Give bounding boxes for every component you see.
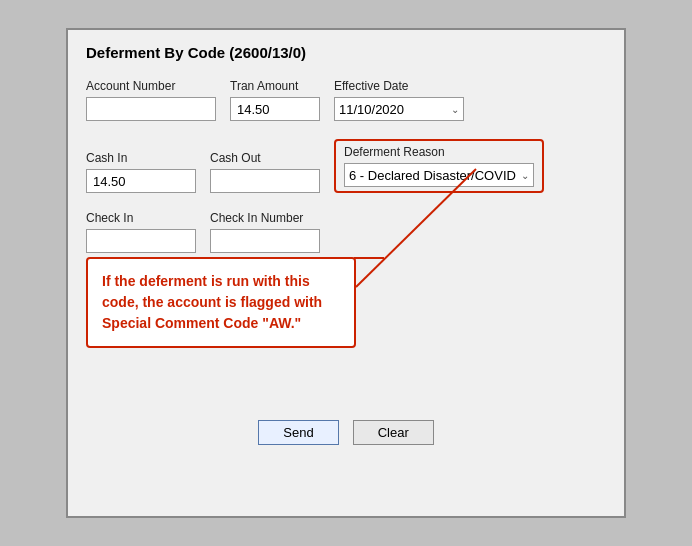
check-in-label: Check In <box>86 211 196 225</box>
deferment-reason-group: Deferment Reason 6 - Declared Disaster/C… <box>334 139 544 193</box>
row-1: Account Number Tran Amount Effective Dat… <box>86 79 606 121</box>
callout-area: If the deferment is run with this code, … <box>86 257 606 402</box>
deferment-reason-wrapper: Deferment Reason 6 - Declared Disaster/C… <box>334 139 544 193</box>
main-window: Deferment By Code (2600/13/0) Account Nu… <box>66 28 626 518</box>
check-in-number-group: Check In Number <box>210 211 320 253</box>
tran-amount-input[interactable] <box>230 97 320 121</box>
deferment-reason-select[interactable]: 6 - Declared Disaster/COVID ⌄ <box>344 163 534 187</box>
row-2: Cash In Cash Out Deferment Reason 6 - De… <box>86 139 606 193</box>
effective-date-group: Effective Date 11/10/2020 ⌄ <box>334 79 464 121</box>
account-number-input[interactable] <box>86 97 216 121</box>
effective-date-picker[interactable]: 11/10/2020 ⌄ <box>334 97 464 121</box>
cash-in-label: Cash In <box>86 151 196 165</box>
row-3-area: Check In Check In Number If the defermen… <box>86 211 606 402</box>
effective-date-value: 11/10/2020 <box>339 102 451 117</box>
account-number-group: Account Number <box>86 79 216 121</box>
clear-button[interactable]: Clear <box>353 420 434 445</box>
deferment-reason-label: Deferment Reason <box>344 145 534 159</box>
check-in-number-label: Check In Number <box>210 211 320 225</box>
cash-in-group: Cash In <box>86 151 196 193</box>
tran-amount-label: Tran Amount <box>230 79 320 93</box>
cash-out-input[interactable] <box>210 169 320 193</box>
effective-date-label: Effective Date <box>334 79 464 93</box>
row-checkin: Check In Check In Number <box>86 211 606 253</box>
check-in-group: Check In <box>86 211 196 253</box>
cash-out-group: Cash Out <box>210 151 320 193</box>
tran-amount-group: Tran Amount <box>230 79 320 121</box>
cash-out-label: Cash Out <box>210 151 320 165</box>
window-title: Deferment By Code (2600/13/0) <box>86 44 606 61</box>
check-in-input[interactable] <box>86 229 196 253</box>
callout-box: If the deferment is run with this code, … <box>86 257 356 348</box>
callout-text: If the deferment is run with this code, … <box>102 273 322 331</box>
check-in-number-input[interactable] <box>210 229 320 253</box>
chevron-down-icon[interactable]: ⌄ <box>451 104 459 115</box>
deferment-chevron-down-icon[interactable]: ⌄ <box>521 170 529 181</box>
buttons-row: Send Clear <box>86 420 606 445</box>
deferment-reason-value: 6 - Declared Disaster/COVID <box>349 168 521 183</box>
cash-in-input[interactable] <box>86 169 196 193</box>
account-number-label: Account Number <box>86 79 216 93</box>
send-button[interactable]: Send <box>258 420 338 445</box>
